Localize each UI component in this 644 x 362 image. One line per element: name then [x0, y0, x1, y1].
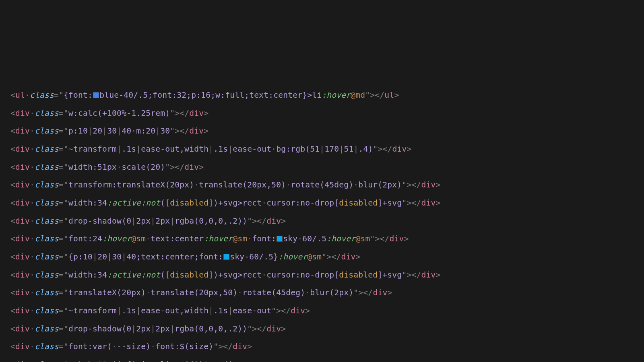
- attr-name: class: [35, 306, 59, 315]
- code-line: <div·class="width:34:active:not([disable…: [10, 266, 634, 284]
- code-line: <div·class="font:var(·--size)·font:$(siz…: [10, 338, 634, 356]
- attr-name: class: [35, 234, 59, 243]
- tag-name: div: [15, 288, 30, 297]
- code-line: <div·class="drop-shadow(0|2px|2px|rgba(0…: [10, 320, 634, 338]
- code-line: <div·class="transform:translateX(20px)·t…: [10, 176, 634, 194]
- tag-name: div: [15, 234, 30, 243]
- color-swatch: [223, 254, 229, 260]
- code-line: <div·class="width:51px·scale(20)"></div>: [10, 158, 634, 177]
- attr-name: class: [35, 126, 59, 136]
- attr-name: class: [35, 324, 59, 333]
- code-line: <ul·class="{font:blue-40/.5;font:32;p:16…: [10, 86, 634, 105]
- attr-name: class: [35, 109, 59, 118]
- color-swatch: [277, 236, 283, 242]
- code-block: <ul·class="{font:blue-40/.5;font:32;p:16…: [10, 86, 634, 362]
- code-line: <div·class="p:10|20|30|40·m:20|30"></div…: [10, 122, 634, 140]
- tag-name: div: [15, 144, 30, 154]
- attr-name: class: [35, 342, 59, 351]
- attr-name: class: [35, 216, 59, 226]
- code-line: <div·class="w:calc(+100%-1.25rem)"></div…: [10, 105, 634, 123]
- tag-name: div: [15, 324, 30, 333]
- color-swatch: [93, 92, 99, 98]
- attr-name: class: [35, 198, 59, 208]
- code-line: <div·class="~transform|.1s|ease-out,widt…: [10, 140, 634, 158]
- code-line: <div·class="font:24:hover@sm·text:center…: [10, 230, 634, 248]
- tag-name: div: [15, 216, 30, 226]
- tag-name: div: [15, 198, 30, 208]
- attr-name: class: [30, 90, 54, 100]
- tag-name: ul: [15, 90, 25, 100]
- attr-name: class: [35, 180, 59, 189]
- tag-name: div: [15, 270, 30, 280]
- code-line: <div·class="drop-shadow(0|2px|2px|rgba(0…: [10, 212, 634, 230]
- tag-name: div: [15, 109, 30, 118]
- tag-name: div: [15, 126, 30, 136]
- code-line: <div·class="translateX(20px)·translate(2…: [10, 284, 634, 302]
- attr-name: class: [35, 270, 59, 280]
- code-line: <div·class="@shake|1s|infinite>li:nth(2)…: [10, 356, 634, 362]
- code-line: <div·class="~transform|.1s|ease-out,widt…: [10, 302, 634, 320]
- attr-name: class: [35, 252, 59, 261]
- attr-name: class: [35, 144, 59, 154]
- tag-name: div: [15, 252, 30, 261]
- tag-name: div: [15, 162, 30, 172]
- code-line: <div·class="{p:10|20|30|40;text:center;f…: [10, 248, 634, 266]
- attr-name: class: [35, 288, 59, 297]
- tag-name: div: [15, 180, 30, 189]
- attr-name: class: [35, 360, 59, 362]
- code-line: <div·class="width:34:active:not([disable…: [10, 194, 634, 212]
- tag-name: div: [15, 306, 30, 315]
- tag-name: div: [15, 342, 30, 351]
- tag-name: div: [15, 360, 30, 362]
- attr-name: class: [35, 162, 59, 172]
